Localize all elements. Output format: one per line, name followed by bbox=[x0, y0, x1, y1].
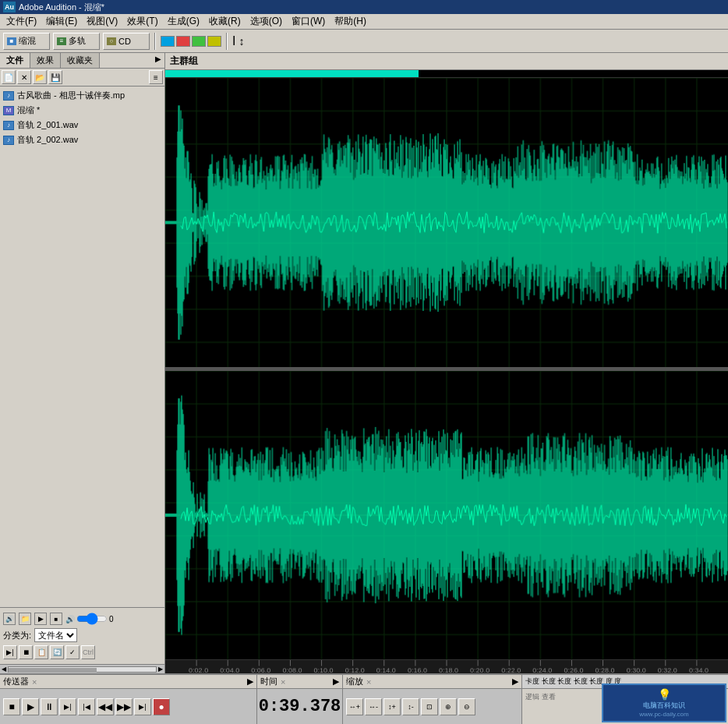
menu-help[interactable]: 帮助(H) bbox=[330, 14, 371, 29]
audio-icon: ♪ bbox=[3, 136, 14, 145]
list-item[interactable]: ♪ 音轨 2_002.wav bbox=[2, 132, 163, 147]
mini-output-btn[interactable]: 🔊 bbox=[3, 613, 16, 625]
menu-favorites[interactable]: 收藏(R) bbox=[204, 14, 246, 29]
file-name: 混缩 * bbox=[17, 104, 40, 116]
menu-edit[interactable]: 编辑(E) bbox=[41, 14, 82, 29]
mix-button[interactable]: ■ 缩混 bbox=[3, 33, 50, 50]
track-1 bbox=[165, 78, 728, 367]
zoom-label: 缩放 bbox=[346, 676, 363, 687]
skip-back-btn[interactable]: |◀ bbox=[78, 698, 95, 715]
zoom-controls: ↔+ ↔- ↕+ ↕- ⊡ ⊕ ⊖ bbox=[343, 689, 521, 724]
watermark-icon: 💡 bbox=[658, 688, 671, 701]
menu-window[interactable]: 窗口(W) bbox=[287, 14, 330, 29]
move-tool[interactable]: ↕ bbox=[239, 35, 244, 48]
zoom-options[interactable]: ▶ bbox=[512, 676, 518, 687]
time-value: 0:39.378 bbox=[259, 697, 341, 716]
transport-controls: ■ ▶ ⏸ ▶| |◀ ◀◀ ▶▶ ▶| ● bbox=[0, 689, 256, 724]
tab-file[interactable]: 文件 bbox=[0, 53, 30, 68]
play-btn[interactable]: ▶ bbox=[22, 698, 39, 715]
categorize-label: 分类为: bbox=[3, 630, 31, 641]
time-label: 时间 bbox=[260, 676, 277, 687]
zoom-in-v-btn[interactable]: ↕+ bbox=[383, 698, 401, 715]
menu-bar: 文件(F) 编辑(E) 视图(V) 效果(T) 生成(G) 收藏(R) 选项(O… bbox=[0, 14, 728, 30]
time-options[interactable]: ▶ bbox=[333, 676, 339, 687]
action-btn-2[interactable]: ⏹ bbox=[19, 645, 33, 659]
stop-btn[interactable]: ■ bbox=[3, 698, 20, 715]
zoom-x: × bbox=[366, 677, 371, 687]
list-item[interactable]: ♪ 音轨 2_001.wav bbox=[2, 118, 163, 132]
cursor-tool[interactable]: I bbox=[232, 34, 235, 48]
action-btn-6[interactable]: Ctrl bbox=[81, 645, 95, 659]
transport-options[interactable]: ▶ bbox=[247, 676, 253, 687]
zoom-in-h-btn[interactable]: ↔+ bbox=[346, 698, 363, 715]
skip-end-btn[interactable]: ▶| bbox=[134, 698, 151, 715]
open-btn[interactable]: 📂 bbox=[33, 70, 47, 84]
action-btn-3[interactable]: 📋 bbox=[34, 645, 48, 659]
color-btn-1[interactable] bbox=[161, 36, 175, 47]
menu-effects[interactable]: 效果(T) bbox=[122, 14, 162, 29]
new-file-btn[interactable]: 📄 bbox=[2, 70, 16, 84]
action-btn-1[interactable]: ▶| bbox=[3, 645, 17, 659]
scroll-right[interactable]: ▶ bbox=[157, 666, 164, 673]
menu-options[interactable]: 选项(O) bbox=[246, 14, 287, 29]
panel-close[interactable]: ▶ bbox=[152, 53, 164, 68]
menu-view[interactable]: 视图(V) bbox=[82, 14, 122, 29]
tab-effects[interactable]: 效果 bbox=[30, 53, 61, 68]
list-item[interactable]: M 混缩 * bbox=[2, 103, 163, 118]
zoom-out-h-btn[interactable]: ↔- bbox=[365, 698, 382, 715]
menu-file[interactable]: 文件(F) bbox=[2, 14, 41, 29]
left-scrollbar[interactable]: ◀ ▶ bbox=[0, 664, 164, 673]
mini-stop-btn[interactable]: ■ bbox=[50, 613, 62, 625]
progress-area bbox=[165, 70, 728, 78]
menu-generate[interactable]: 生成(G) bbox=[163, 14, 204, 29]
mini-folder-btn[interactable]: 📁 bbox=[19, 613, 31, 625]
app-title: Adobe Audition - 混缩* bbox=[19, 2, 104, 13]
scroll-thumb[interactable] bbox=[9, 668, 97, 673]
zoom-out2-btn[interactable]: ⊖ bbox=[458, 698, 475, 715]
watermark-text: 电脑百科知识 bbox=[643, 701, 685, 711]
forward-btn[interactable]: ▶▶ bbox=[115, 698, 133, 715]
color-btn-4[interactable] bbox=[207, 36, 221, 47]
left-panel: 文件 效果 收藏夹 ▶ 📄 ✕ 📂 💾 ≡ ♪ 古风歌曲 - 相思十诫伴奏.mp… bbox=[0, 53, 165, 673]
color-btn-3[interactable] bbox=[192, 36, 206, 47]
volume-slider[interactable] bbox=[76, 615, 108, 623]
options-btn[interactable]: ≡ bbox=[149, 70, 163, 84]
save-btn[interactable]: 💾 bbox=[48, 70, 62, 84]
zoom-fit-btn[interactable]: ⊡ bbox=[421, 698, 438, 715]
mix-icon: M bbox=[3, 106, 14, 115]
action-btn-4[interactable]: 🔄 bbox=[50, 645, 64, 659]
track-2 bbox=[165, 371, 728, 660]
play-start-btn[interactable]: ▶| bbox=[59, 698, 76, 715]
volume-icon: 🔊 bbox=[65, 615, 75, 623]
transport-x: × bbox=[32, 677, 37, 687]
action-btn-5[interactable]: ✓ bbox=[65, 645, 80, 659]
zoom-out-v-btn[interactable]: ↕- bbox=[402, 698, 419, 715]
multitrack-button[interactable]: ≡ 多轨 bbox=[53, 33, 100, 50]
color-buttons bbox=[161, 36, 221, 47]
toolbar-separator-1 bbox=[154, 33, 156, 50]
mini-transport: 🔊 📁 ▶ ■ 🔊 0 bbox=[2, 611, 163, 627]
file-name: 音轨 2_002.wav bbox=[17, 134, 78, 146]
session-header: 主群组 bbox=[165, 53, 728, 70]
rewind-btn[interactable]: ◀◀ bbox=[97, 698, 114, 715]
time-section: 时间 × ▶ 0:39.378 bbox=[257, 675, 343, 724]
time-x: × bbox=[281, 677, 285, 687]
delete-btn[interactable]: ✕ bbox=[17, 70, 31, 84]
mini-play-btn[interactable]: ▶ bbox=[34, 613, 47, 625]
session-title: 主群组 bbox=[170, 55, 198, 68]
waveform-canvas-1 bbox=[165, 78, 728, 367]
list-item[interactable]: ♪ 古风歌曲 - 相思十诫伴奏.mp bbox=[2, 88, 163, 103]
record-btn[interactable]: ● bbox=[153, 698, 170, 715]
scroll-left[interactable]: ◀ bbox=[0, 666, 8, 673]
zoom-in2-btn[interactable]: ⊕ bbox=[440, 698, 457, 715]
watermark: 💡 电脑百科知识 www.pc-daily.com bbox=[602, 683, 726, 722]
file-name: 古风歌曲 - 相思十诫伴奏.mp bbox=[17, 90, 125, 101]
left-tabs: 文件 效果 收藏夹 ▶ bbox=[0, 53, 164, 69]
color-btn-2[interactable] bbox=[176, 36, 190, 47]
categorize-select[interactable]: 文件名 类型 日期 bbox=[34, 628, 77, 642]
tab-favorites[interactable]: 收藏夹 bbox=[61, 53, 100, 68]
cd-button[interactable]: ○ CD bbox=[103, 33, 150, 50]
pause-btn[interactable]: ⏸ bbox=[41, 698, 58, 715]
right-panel: 主群组 bbox=[165, 53, 728, 673]
time-display: 0:39.378 bbox=[257, 689, 342, 724]
